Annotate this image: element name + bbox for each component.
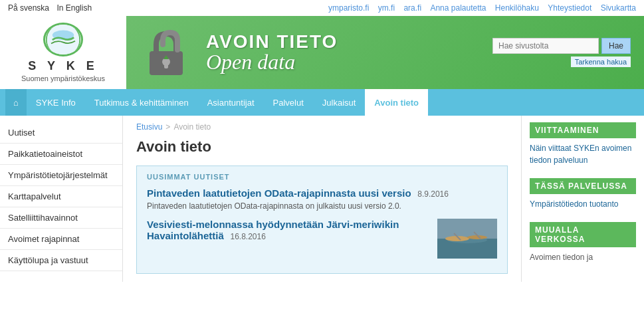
ymparisto-link[interactable]: ymparisto.fi bbox=[328, 3, 369, 13]
right-sidebar: VIITTAAMINEN Näin viittaat SYKEn avoimen… bbox=[521, 116, 644, 282]
right-section-viittaaminen: VIITTAAMINEN Näin viittaat SYKEn avoimen… bbox=[530, 122, 636, 166]
header-banner: AVOIN TIETO Open data Hae Tarkenna hakua bbox=[126, 16, 644, 89]
sidebar-item-uutiset[interactable]: Uutiset bbox=[0, 122, 122, 144]
main-container: Uutiset Paikkatietoaineistot Ympäristöti… bbox=[0, 116, 644, 282]
sidebar-item-paikkatietoaineistot[interactable]: Paikkatietoaineistot bbox=[0, 144, 122, 165]
search-input[interactable] bbox=[492, 38, 599, 54]
news-item-2-date: 16.8.2016 bbox=[231, 232, 266, 241]
anna-palautetta-link[interactable]: Anna palautetta bbox=[430, 3, 486, 13]
nav-item-tutkimus[interactable]: Tutkimus & kehittäminen bbox=[85, 89, 198, 116]
header: S Y K E Suomen ympäristökeskus AVOIN TIE… bbox=[0, 16, 644, 89]
logo-area: S Y K E Suomen ympäristökeskus bbox=[0, 16, 126, 89]
banner-title-avoin: AVOIN TIETO bbox=[206, 33, 338, 51]
right-section-muualla-title: MUUALLA VERKOSSA bbox=[530, 222, 636, 247]
sidebar-item-karttapalvelut[interactable]: Karttapalvelut bbox=[0, 186, 122, 207]
svg-rect-4 bbox=[164, 62, 168, 68]
sidebar-item-avoimet-rajapinnat[interactable]: Avoimet rajapinnat bbox=[0, 229, 122, 250]
refine-search-link[interactable]: Tarkenna hakua bbox=[571, 56, 631, 67]
top-bar-site-links: ymparisto.fi ym.fi ara.fi Anna palautett… bbox=[322, 3, 636, 13]
ara-link[interactable]: ara.fi bbox=[403, 3, 421, 13]
nav-item-avoin-tieto[interactable]: Avoin tieto bbox=[365, 89, 428, 116]
lock-icon bbox=[140, 26, 193, 79]
right-section-viittaaminen-title: VIITTAAMINEN bbox=[530, 122, 636, 138]
search-button[interactable]: Hae bbox=[601, 38, 631, 54]
nav-item-julkaisut[interactable]: Julkaisut bbox=[313, 89, 366, 116]
nav-item-asiantuntijat[interactable]: Asiantuntijat bbox=[198, 89, 264, 116]
logo-subtitle: Suomen ympäristökeskus bbox=[21, 74, 105, 82]
ym-link[interactable]: ym.fi bbox=[378, 3, 395, 13]
search-area: Hae Tarkenna hakua bbox=[492, 38, 631, 67]
lang-en-link[interactable]: In English bbox=[56, 3, 92, 13]
yhteystiedot-link[interactable]: Yhteystiedot bbox=[548, 3, 591, 13]
sidebar-item-ymparistotietojarjestelmat[interactable]: Ympäristötietojärjestelmät bbox=[0, 165, 122, 186]
muualla-text: Avoimen tiedon ja bbox=[530, 253, 593, 262]
news-section: UUSIMMAT UUTISET Pintaveden laatutietoje… bbox=[136, 166, 508, 274]
news-item-2: Vesiviesti-melonnassa hyödynnetään Järvi… bbox=[147, 219, 497, 259]
news-item-1-date: 8.9.2016 bbox=[417, 189, 449, 199]
home-icon: ⌂ bbox=[13, 98, 19, 108]
news-item-1-body: Pintaveden laatutietojen OData-rajapinna… bbox=[147, 201, 497, 211]
banner-text: AVOIN TIETO Open data bbox=[206, 33, 338, 72]
breadcrumb-separator: > bbox=[165, 122, 170, 132]
nav-bar: ⌂ SYKE Info Tutkimus & kehittäminen Asia… bbox=[0, 89, 644, 116]
search-row: Hae bbox=[492, 38, 631, 54]
news-item-2-text: Vesiviesti-melonnassa hyödynnetään Järvi… bbox=[147, 219, 429, 241]
logo-circle bbox=[43, 23, 83, 56]
nav-home-button[interactable]: ⌂ bbox=[5, 89, 27, 116]
tassa-palvelussa-link[interactable]: Ympäristötiedon tuotanto bbox=[530, 198, 636, 210]
sidebar-item-kayttolupa[interactable]: Käyttölupa ja vastuut bbox=[0, 250, 122, 271]
right-section-tassa-palvelussa: TÄSSÄ PALVELUSSA Ympäristötiedon tuotant… bbox=[530, 178, 636, 210]
sivukartta-link[interactable]: Sivukartta bbox=[601, 3, 636, 13]
nav-item-palvelut[interactable]: Palvelut bbox=[264, 89, 313, 116]
breadcrumb-home-link[interactable]: Etusivu bbox=[136, 122, 162, 132]
news-section-title: UUSIMMAT UUTISET bbox=[147, 173, 497, 181]
banner-title-open: Open data bbox=[206, 51, 338, 72]
logo-svg bbox=[45, 23, 81, 56]
sidebar-item-satelliittihavainnot[interactable]: Satelliittihavainnot bbox=[0, 207, 122, 229]
right-section-muualla: MUUALLA VERKOSSA Avoimen tiedon ja bbox=[530, 222, 636, 263]
content-area: Etusivu > Avoin tieto Avoin tieto UUSIMM… bbox=[123, 116, 521, 282]
henkilohaku-link[interactable]: Henkilöhaku bbox=[495, 3, 539, 13]
top-bar: På svenska In English ymparisto.fi ym.fi… bbox=[0, 0, 644, 16]
lang-sv-link[interactable]: På svenska bbox=[8, 3, 49, 13]
left-sidebar: Uutiset Paikkatietoaineistot Ympäristöti… bbox=[0, 116, 123, 282]
top-bar-language-links: På svenska In English bbox=[8, 3, 97, 13]
news-item-2-image bbox=[437, 219, 497, 259]
breadcrumb: Etusivu > Avoin tieto bbox=[136, 122, 508, 132]
news-item-1: Pintaveden laatutietojen OData-rajapinna… bbox=[147, 187, 497, 211]
page-title: Avoin tieto bbox=[136, 138, 508, 156]
breadcrumb-current: Avoin tieto bbox=[173, 122, 211, 132]
news-item-2-title[interactable]: Vesiviesti-melonnassa hyödynnetään Järvi… bbox=[147, 219, 399, 241]
logo-text: S Y K E bbox=[28, 59, 98, 73]
nav-item-syke-info[interactable]: SYKE Info bbox=[27, 89, 85, 116]
right-section-tassa-title: TÄSSÄ PALVELUSSA bbox=[530, 178, 636, 194]
news-item-1-title[interactable]: Pintaveden laatutietojen OData-rajapinna… bbox=[147, 187, 411, 199]
viittaaminen-link[interactable]: Näin viittaat SYKEn avoimen tiedon palve… bbox=[530, 142, 636, 166]
banner-content: AVOIN TIETO Open data bbox=[140, 26, 338, 79]
